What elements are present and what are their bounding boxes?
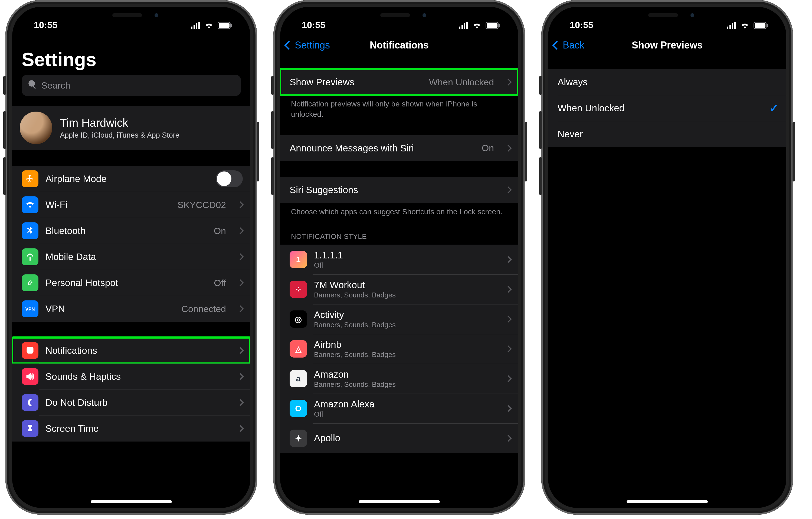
row-detail: When Unlocked xyxy=(429,77,494,87)
option-never[interactable]: Never xyxy=(548,121,786,147)
chevron-right-icon xyxy=(237,279,243,286)
profile-name: Tim Hardwick xyxy=(60,116,235,130)
back-button[interactable]: Back xyxy=(553,32,584,58)
home-indicator[interactable] xyxy=(627,500,708,503)
vpn-icon: VPN xyxy=(22,300,38,317)
group-network: Airplane ModeWi-FiSKYCCD02BluetoothOnMob… xyxy=(12,166,250,322)
settings-row-vpn[interactable]: VPNVPNConnected xyxy=(12,296,250,322)
option-always[interactable]: Always xyxy=(548,69,786,95)
chevron-left-icon xyxy=(552,40,561,50)
app-name: Amazon xyxy=(314,369,494,380)
group-header: Notification Style xyxy=(280,233,518,245)
apple-id-row[interactable]: Tim Hardwick Apple ID, iCloud, iTunes & … xyxy=(12,106,250,150)
svg-point-7 xyxy=(29,81,34,86)
app-name: Airbnb xyxy=(314,339,494,350)
row-label: Airplane Mode xyxy=(46,173,209,184)
chevron-right-icon xyxy=(237,399,243,406)
chevron-right-icon xyxy=(505,286,512,293)
row-detail: Connected xyxy=(182,304,226,314)
nav-bar: Back Show Previews xyxy=(548,32,786,58)
row-label: Siri Suggestions xyxy=(290,185,494,195)
chevron-left-icon xyxy=(284,40,293,50)
option-when-unlocked[interactable]: When Unlocked✓ xyxy=(548,95,786,121)
app-row-apollo[interactable]: ✦Apollo xyxy=(280,424,518,453)
siri-suggestions-row[interactable]: Siri Suggestions xyxy=(280,177,518,203)
settings-row-wi-fi[interactable]: Wi-FiSKYCCD02 xyxy=(12,192,250,218)
notch xyxy=(342,7,456,24)
group-footer: Notification previews will only be shown… xyxy=(280,95,518,119)
group-footer: Choose which apps can suggest Shortcuts … xyxy=(280,203,518,217)
row-label: Mobile Data xyxy=(46,251,226,262)
row-label: Bluetooth xyxy=(46,225,207,236)
app-sub: Banners, Sounds, Badges xyxy=(314,351,494,359)
settings-row-personal-hotspot[interactable]: Personal HotspotOff xyxy=(12,270,250,296)
app-sub: Banners, Sounds, Badges xyxy=(314,380,494,389)
settings-row-bluetooth[interactable]: BluetoothOn xyxy=(12,218,250,244)
row-label: Notifications xyxy=(46,345,226,356)
chevron-right-icon xyxy=(505,79,512,85)
app-row-amazon[interactable]: aAmazonBanners, Sounds, Badges xyxy=(280,364,518,393)
chevron-right-icon xyxy=(237,373,243,380)
group-previews: Show Previews When Unlocked Notification… xyxy=(280,69,518,119)
option-label: Never xyxy=(557,129,779,139)
group-announce: Announce Messages with Siri On xyxy=(280,135,518,161)
phone-mock-3: 10:55 Back Show Previews AlwaysWhen Unlo… xyxy=(541,0,793,515)
app-row-activity[interactable]: ◎ActivityBanners, Sounds, Badges xyxy=(280,304,518,334)
home-indicator[interactable] xyxy=(91,500,172,503)
page-title: Settings xyxy=(12,32,250,75)
chevron-right-icon xyxy=(505,316,512,323)
chevron-right-icon xyxy=(505,145,512,152)
app-sub: Off xyxy=(314,261,494,270)
notch xyxy=(610,7,724,24)
row-detail: On xyxy=(482,143,494,153)
phone-mock-1: 10:55 Settings Search Tim Hardwick Apple… xyxy=(5,0,257,515)
search-input[interactable]: Search xyxy=(22,75,241,96)
app-icon: ◬ xyxy=(290,340,307,358)
row-detail: SKYCCD02 xyxy=(177,200,226,210)
settings-row-airplane-mode[interactable]: Airplane Mode xyxy=(12,166,250,192)
antenna-icon xyxy=(22,248,38,265)
settings-row-screen-time[interactable]: Screen Time xyxy=(12,415,250,441)
app-row-7m-workout[interactable]: ⁘7M WorkoutBanners, Sounds, Badges xyxy=(280,274,518,304)
back-label: Back xyxy=(563,39,584,51)
svg-text:VPN: VPN xyxy=(25,307,35,312)
chevron-right-icon xyxy=(237,347,243,354)
settings-row-sounds-haptics[interactable]: Sounds & Haptics xyxy=(12,363,250,389)
search-placeholder: Search xyxy=(41,80,70,91)
settings-row-mobile-data[interactable]: Mobile Data xyxy=(12,244,250,270)
chevron-right-icon xyxy=(237,227,243,234)
chevron-right-icon xyxy=(505,186,512,193)
group-apps: Notification Style 11.1.1.1Off⁘7M Workou… xyxy=(280,233,518,453)
app-name: 1.1.1.1 xyxy=(314,250,494,261)
nav-bar: Settings Notifications xyxy=(280,32,518,58)
chevron-right-icon xyxy=(237,201,243,208)
app-icon: ✦ xyxy=(290,430,307,447)
notch xyxy=(75,7,188,24)
app-row-1-1-1-1[interactable]: 11.1.1.1Off xyxy=(280,245,518,274)
toggle[interactable] xyxy=(216,170,243,187)
announce-siri-row[interactable]: Announce Messages with Siri On xyxy=(280,135,518,161)
back-button[interactable]: Settings xyxy=(286,32,330,58)
nav-title: Show Previews xyxy=(632,39,703,51)
app-sub: Banners, Sounds, Badges xyxy=(314,321,494,329)
app-name: Amazon Alexa xyxy=(314,399,494,410)
settings-row-notifications[interactable]: Notifications xyxy=(12,337,250,363)
app-name: 7M Workout xyxy=(314,279,494,291)
home-indicator[interactable] xyxy=(359,500,440,503)
settings-row-do-not-disturb[interactable]: Do Not Disturb xyxy=(12,389,250,415)
chevron-right-icon xyxy=(505,256,512,263)
show-previews-row[interactable]: Show Previews When Unlocked xyxy=(280,69,518,95)
app-icon: ⁘ xyxy=(290,281,307,298)
avatar xyxy=(20,112,52,144)
app-row-amazon-alexa[interactable]: OAmazon AlexaOff xyxy=(280,393,518,424)
phone-mock-2: 10:55 Settings Notifications Show Previe… xyxy=(273,0,525,515)
speaker-icon xyxy=(22,368,38,385)
checkmark-icon: ✓ xyxy=(769,102,779,115)
link-icon xyxy=(22,274,38,291)
search-icon xyxy=(28,79,37,91)
app-icon: ◎ xyxy=(290,310,307,328)
app-row-airbnb[interactable]: ◬AirbnbBanners, Sounds, Badges xyxy=(280,334,518,364)
option-label: Always xyxy=(557,77,779,87)
airplane-icon xyxy=(22,170,38,187)
row-detail: On xyxy=(214,226,226,236)
